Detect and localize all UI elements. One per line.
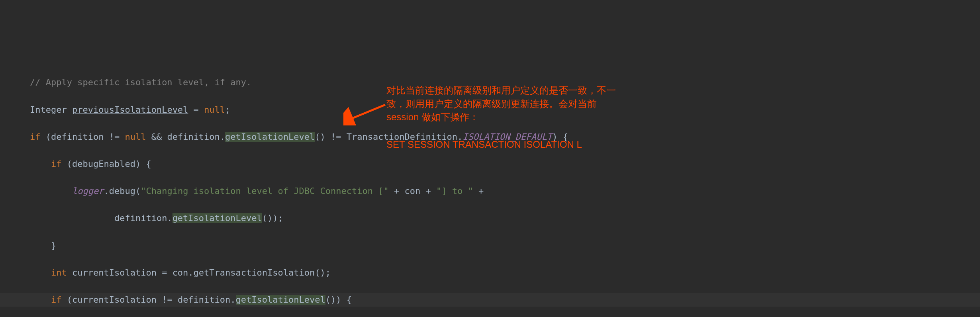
annotation-text: 对比当前连接的隔离级别和用户定义的是否一致，不一致，则用用户定义的隔离级别更新连… [386,84,625,124]
code-line: if (debugEnabled) { [0,157,980,171]
annotation-arrow-icon [343,102,387,125]
method-getIsolationLevel: getIsolationLevel [236,295,325,305]
comment: // Apply specific isolation level, if an… [30,77,251,87]
method-getIsolationLevel: getIsolationLevel [225,132,315,142]
variable-previousIsolationLevel: previousIsolationLevel [72,105,188,115]
string-literal: "] to " [436,186,473,196]
method-getIsolationLevel: getIsolationLevel [172,213,262,223]
annotation-sql: SET SESSION TRANSACTION ISOLATION L [386,138,625,151]
code-line-highlighted: if (currentIsolation != definition.getIs… [0,293,980,307]
field-logger: logger [72,186,104,196]
string-literal: "Changing isolation level of JDBC Connec… [141,186,389,196]
code-line: logger.debug("Changing isolation level o… [0,184,980,198]
svg-line-1 [349,105,385,119]
code-line: definition.getIsolationLevel()); [0,211,980,225]
code-line: } [0,239,980,252]
code-line: int currentIsolation = con.getTransactio… [0,266,980,280]
